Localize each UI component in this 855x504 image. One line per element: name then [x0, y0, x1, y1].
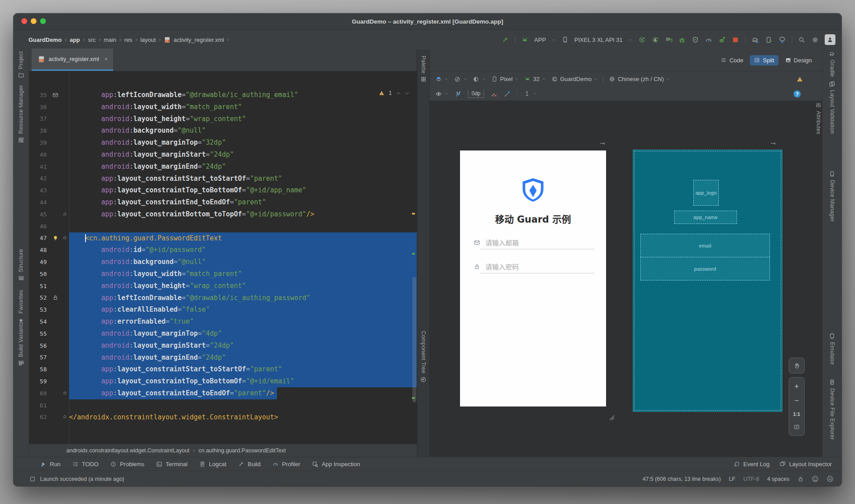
- zoom-out-button[interactable]: −: [794, 397, 798, 404]
- resize-handle-icon[interactable]: [607, 413, 615, 421]
- caret-position[interactable]: 47:5 (606 chars, 13 line breaks): [643, 476, 721, 482]
- design-canvas[interactable]: 移动 Guard 示例 请输入邮箱 请输入密码 app_logo app: [430, 101, 822, 457]
- make-project-wrench-icon[interactable]: [501, 36, 509, 44]
- bulb-gutter-icon[interactable]: [50, 235, 60, 241]
- device-select-design[interactable]: Pixel: [491, 76, 519, 82]
- fold-marker-icon[interactable]: [60, 390, 69, 397]
- toolwindow-build[interactable]: Build: [238, 461, 261, 467]
- surface-select[interactable]: [435, 76, 448, 83]
- device-select[interactable]: PIXEL 3 XL API 31: [574, 37, 623, 43]
- code-line-44[interactable]: 44 app:layout_constraintEnd_toEndOf="par…: [29, 196, 417, 208]
- chevron-down-icon[interactable]: [628, 38, 632, 42]
- attributes-tab[interactable]: Attributes: [815, 102, 822, 134]
- code-line-50[interactable]: 50 android:layout_width="match_parent": [29, 268, 417, 280]
- code-line-57[interactable]: 57 android:layout_marginEnd="24dp": [29, 352, 417, 364]
- breadcrumb-item[interactable]: app: [69, 37, 80, 43]
- prev-issue-chevron-icon[interactable]: [396, 91, 401, 96]
- fold-marker-icon[interactable]: [60, 414, 69, 420]
- clear-constraints-icon[interactable]: [490, 90, 497, 98]
- orientation-select[interactable]: [454, 76, 467, 83]
- device-manager-button-icon[interactable]: [765, 36, 773, 44]
- code-line-60[interactable]: 60 app:layout_constraintEnd_toEndOf="par…: [29, 387, 417, 399]
- blueprint-surface[interactable]: app_logo app_name email password: [633, 150, 782, 412]
- sdk-manager-button-icon[interactable]: [778, 36, 786, 44]
- next-issue-chevron-icon[interactable]: [405, 91, 410, 96]
- infer-constraints-wand-icon[interactable]: [504, 90, 511, 98]
- sidebar-item-resource-manager[interactable]: Resource Manager: [13, 85, 28, 143]
- toolwindow-problems[interactable]: Problems: [110, 461, 144, 467]
- toolwindow-logcat[interactable]: Logcat: [199, 461, 226, 467]
- code-line-37[interactable]: 37 android:layout_height="wrap_content": [29, 113, 417, 125]
- zoom-in-button[interactable]: +: [794, 383, 798, 390]
- breadcrumb-passwordedittext[interactable]: cn.authing.guard.PasswordEditText: [199, 447, 286, 454]
- code-line-41[interactable]: 41 android:layout_marginEnd="24dp": [29, 161, 417, 173]
- search-everywhere-icon[interactable]: [798, 36, 806, 44]
- code-line-46[interactable]: 46: [29, 220, 417, 232]
- blueprint-app-name[interactable]: app_name: [674, 211, 737, 224]
- fold-marker-icon[interactable]: [60, 211, 69, 218]
- zoom-100-button[interactable]: 1:1: [793, 411, 800, 417]
- user-avatar[interactable]: [825, 34, 835, 45]
- night-mode-select[interactable]: [472, 76, 486, 83]
- tab-activity-register-xml[interactable]: activity_register.xml ×: [32, 49, 113, 71]
- sidebar-item-layout-validation[interactable]: Layout Validation: [822, 81, 842, 134]
- editor-scrollbar[interactable]: [412, 277, 416, 402]
- code-line-59[interactable]: 59 app:layout_constraintTop_toBottomOf="…: [29, 375, 417, 387]
- change-stripe-mark[interactable]: [412, 253, 415, 255]
- toolwindow-app-inspection[interactable]: App Inspection: [312, 461, 360, 467]
- code-line-35[interactable]: 35 app:leftIconDrawable="@drawable/ic_au…: [29, 89, 417, 101]
- default-margins-select[interactable]: 0dp: [468, 90, 484, 98]
- pan-tool-button[interactable]: [789, 358, 805, 374]
- code-line-54[interactable]: 54 app:errorEnabled="true": [29, 316, 417, 328]
- toolwindow-event-log[interactable]: Event Log: [733, 461, 770, 467]
- code-editor[interactable]: 35 app:leftIconDrawable="@drawable/ic_au…: [29, 71, 417, 444]
- help-icon[interactable]: ?: [794, 90, 801, 98]
- code-line-39[interactable]: 39 android:layout_marginTop="32dp": [29, 137, 417, 149]
- rerun-button-icon[interactable]: [638, 36, 646, 44]
- code-line-52[interactable]: 52 app:leftIconDrawable="@drawable/ic_au…: [29, 292, 417, 304]
- mode-code[interactable]: Code: [717, 55, 747, 65]
- code-line-36[interactable]: 36 android:layout_width="match_parent": [29, 101, 417, 113]
- palette-tab[interactable]: Palette: [417, 56, 429, 82]
- breadcrumb-item[interactable]: res: [124, 37, 132, 43]
- mode-split[interactable]: Split: [750, 55, 778, 65]
- autoconnect-off-icon[interactable]: [455, 90, 462, 98]
- file-encoding[interactable]: UTF-8: [743, 476, 759, 482]
- component-tree-tab[interactable]: Component Tree: [417, 331, 429, 383]
- debug-button-icon[interactable]: [678, 36, 686, 44]
- code-line-40[interactable]: 40 android:layout_marginStart="24dp": [29, 149, 417, 161]
- mail-gutter-icon[interactable]: [50, 92, 60, 98]
- settings-gear-icon[interactable]: [811, 36, 819, 44]
- code-line-42[interactable]: 42 app:layout_constraintStart_toStartOf=…: [29, 173, 417, 185]
- code-line-62[interactable]: 62</androidx.constraintlayout.widget.Con…: [29, 411, 417, 423]
- indent-setting[interactable]: 4 spaces: [767, 476, 790, 482]
- toolwindow-profiler[interactable]: Profiler: [272, 461, 300, 467]
- theme-select[interactable]: GuardDemo: [551, 76, 598, 82]
- run-configuration-select[interactable]: APP: [534, 37, 546, 43]
- inspection-widget[interactable]: 1: [379, 90, 410, 96]
- gradle-sync-button-icon[interactable]: [751, 36, 759, 44]
- code-line-56[interactable]: 56 android:layout_marginStart="24dp": [29, 340, 417, 352]
- api-level-select[interactable]: 32: [524, 76, 546, 82]
- breadcrumb-item[interactable]: layout: [140, 37, 156, 43]
- code-line-58[interactable]: 58 app:layout_constraintStart_toStartOf=…: [29, 363, 417, 375]
- attach-profiler-button-icon[interactable]: [692, 36, 699, 44]
- code-line-61[interactable]: 61: [29, 399, 417, 411]
- sidebar-item-device-file-explorer[interactable]: Device File Explorer: [822, 379, 842, 440]
- sidebar-item-favorites[interactable]: Favorites★: [13, 290, 28, 324]
- locale-select[interactable]: Chinese (zh / CN): [609, 76, 670, 82]
- line-ending[interactable]: LF: [729, 476, 736, 482]
- close-tab-icon[interactable]: ×: [104, 56, 108, 62]
- status-message[interactable]: Launch succeeded (a minute ago): [40, 476, 124, 482]
- design-preview-phone[interactable]: 移动 Guard 示例 请输入邮箱 请输入密码: [460, 150, 606, 406]
- code-line-51[interactable]: 51 android:layout_height="wrap_content": [29, 280, 417, 292]
- sidebar-item-structure[interactable]: Structure: [13, 249, 28, 282]
- blueprint-app-logo[interactable]: app_logo: [693, 180, 719, 206]
- code-line-43[interactable]: 43 app:layout_constraintTop_toBottomOf="…: [29, 184, 417, 196]
- fold-marker-icon[interactable]: [60, 235, 69, 241]
- sidebar-item-project[interactable]: Project: [13, 51, 28, 78]
- warning-stripe-mark[interactable]: [412, 213, 415, 215]
- preview-email-field[interactable]: 请输入邮箱: [473, 238, 594, 247]
- code-line-49[interactable]: 49 android:background="@null": [29, 256, 417, 268]
- zoom-to-fit-icon[interactable]: [794, 424, 800, 430]
